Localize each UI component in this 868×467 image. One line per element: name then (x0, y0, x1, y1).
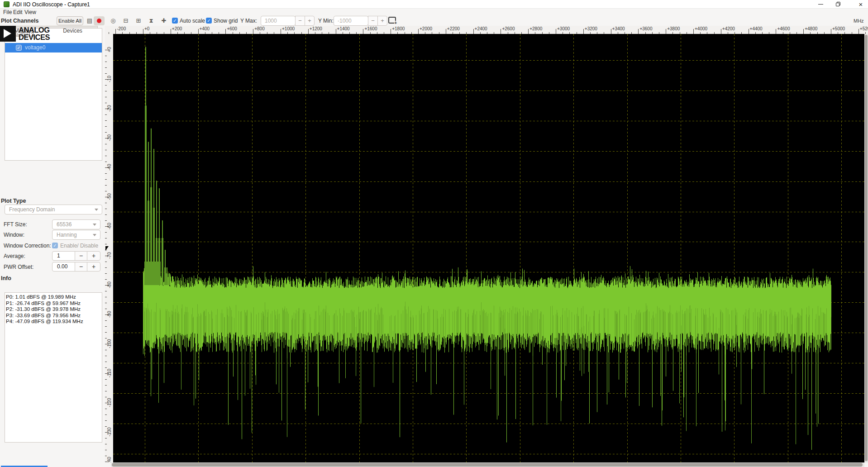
app-icon (4, 1, 10, 7)
menu-edit[interactable]: Edit (13, 9, 23, 15)
y-tick (105, 209, 107, 209)
y-tick (105, 262, 107, 262)
vertical-scrollbar[interactable] (864, 34, 868, 462)
tab-devices[interactable]: Devices (48, 26, 97, 36)
y-tick (105, 85, 107, 86)
y-tick (105, 156, 107, 156)
window-dropdown[interactable]: Hanning (52, 230, 100, 240)
y-tick (105, 91, 107, 91)
zoom-fit-icon[interactable]: ⊞ (134, 17, 143, 25)
y-max-plus-button[interactable]: + (305, 16, 315, 26)
y-tick (105, 409, 107, 409)
restore-icon (836, 3, 839, 6)
x-tick (776, 29, 776, 34)
x-tick-label: +2400 (475, 26, 487, 31)
new-plot-window-icon[interactable]: + (388, 17, 396, 24)
average-label: Average: (4, 253, 25, 259)
zoom-out-icon[interactable]: ⊟ (121, 17, 130, 25)
menu-file[interactable]: File (3, 9, 12, 15)
enable-all-button[interactable]: Enable All (57, 16, 83, 25)
zoom-in-icon[interactable]: ◎ (109, 17, 118, 25)
x-tick (556, 29, 556, 34)
y-tick (105, 150, 107, 150)
y-min-plus-button[interactable]: + (377, 16, 387, 26)
y-tick (105, 67, 107, 68)
y-tick-label: -20 (107, 102, 112, 115)
horizontal-scrollbar[interactable] (111, 462, 864, 467)
move-cross-icon[interactable]: ✚ (159, 17, 168, 25)
y-tick (105, 291, 107, 291)
auto-scale-checkbox[interactable]: ✓ (172, 18, 178, 24)
x-tick-label: +4800 (805, 26, 817, 31)
y-tick (105, 450, 107, 450)
y-tick (105, 114, 107, 115)
x-tick (721, 29, 721, 34)
marker-info-row: P4: -47.09 dBFS @ 119.934 MHz (6, 319, 102, 325)
y-tick-label: -140 (107, 455, 112, 463)
y-tick (105, 379, 107, 380)
y-tick-label: -110 (107, 367, 112, 380)
plot-type-label: Plot Type (1, 198, 26, 204)
y-min-minus-button[interactable]: − (368, 16, 378, 26)
plus-icon: + (394, 21, 397, 25)
x-tick-label: +2000 (420, 26, 432, 31)
v-scroll-thumb[interactable] (865, 35, 868, 461)
y-max-label: Y Max: (240, 18, 257, 24)
menu-view[interactable]: View (24, 9, 36, 15)
x-tick-label: +3200 (585, 26, 597, 31)
restore-button[interactable] (831, 0, 845, 9)
x-tick (225, 29, 226, 34)
plot-channels-label: Plot Channels (1, 18, 38, 24)
plot-type-dropdown[interactable]: Frequency Domain (5, 205, 102, 214)
x-tick (336, 29, 336, 34)
x-tick (171, 29, 171, 34)
x-tick-label: +1800 (392, 26, 405, 31)
y-max-minus-button[interactable]: − (295, 16, 305, 26)
average-plus-button[interactable]: + (87, 251, 100, 261)
y-tick (105, 444, 107, 444)
window-correction-checkbox[interactable]: ✓ (52, 243, 58, 248)
y-tick-label: -10 (107, 72, 112, 86)
tree-row-channel-selected[interactable]: ✓ voltage0 (5, 43, 102, 52)
plot-channels-tree: ▾ ad9213 ✓ voltage0 (5, 28, 102, 161)
window-title: ADI IIO Oscilloscope - Capture1 (13, 1, 90, 8)
window-value: Hanning (57, 232, 77, 238)
average-minus-button[interactable]: − (75, 251, 87, 261)
x-tick (391, 29, 391, 34)
pwr-offset-input[interactable]: 0.00 (52, 262, 75, 272)
close-button[interactable]: × (854, 0, 868, 9)
channel-checkbox[interactable]: ✓ (16, 45, 22, 51)
y-tick (105, 144, 107, 144)
x-tick-label: +1200 (310, 26, 322, 31)
capture-record-button[interactable] (94, 16, 105, 25)
x-tick (363, 29, 363, 34)
y-tick (105, 420, 107, 421)
window-correction-label: Window Correction: (4, 243, 51, 249)
y-min-input[interactable]: -1000 (334, 16, 368, 26)
y-max-input[interactable]: 1000 (261, 16, 296, 26)
minimize-button[interactable] (814, 0, 828, 9)
show-grid-checkbox[interactable]: ✓ (206, 18, 212, 24)
spectrum-plot-area[interactable]: P0P1P2P3P4 (113, 34, 864, 462)
minimize-icon (818, 4, 823, 5)
x-tick (831, 29, 831, 34)
x-axis-ruler[interactable]: -200+0+200+400+600+800+1000+1200+1400+16… (105, 26, 868, 34)
y-tick-label: -70 (107, 249, 112, 262)
x-tick-label: +3400 (612, 26, 625, 31)
marker-info-row: P3: -33.69 dBFS @ 79.956 MHz (6, 313, 102, 319)
x-tick (638, 29, 639, 34)
capture-list-icon[interactable]: ▤ (85, 17, 94, 25)
fft-size-dropdown[interactable]: 65536 (52, 219, 100, 229)
x-tick (528, 29, 529, 34)
sidebar: ▾ ad9213 ✓ voltage0 Plot Type Frequency … (0, 26, 105, 467)
h-scroll-thumb[interactable] (112, 463, 863, 467)
average-input[interactable]: 1 (52, 251, 75, 261)
y-tick (105, 120, 107, 121)
chevron-down-icon (93, 224, 96, 226)
time-funnel-icon[interactable]: ⧗ (147, 17, 156, 25)
pwr-offset-plus-button[interactable]: + (87, 262, 100, 272)
pwr-offset-minus-button[interactable]: − (75, 262, 87, 272)
auto-scale-label: Auto scale (180, 18, 205, 24)
y-tick (105, 232, 107, 233)
x-tick-label: -200 (117, 26, 126, 31)
